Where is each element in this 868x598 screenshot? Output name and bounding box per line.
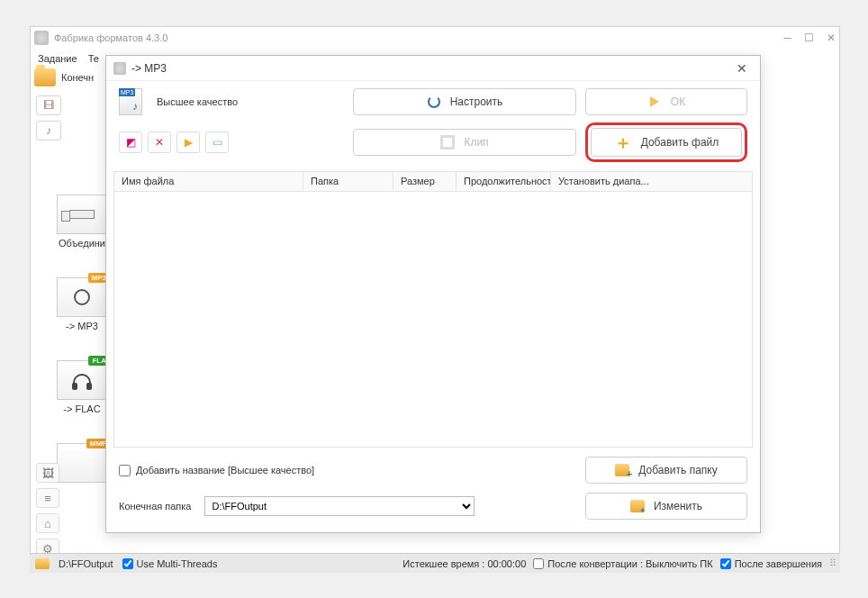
quality-block: Высшее качество <box>119 88 344 115</box>
change-label: Изменить <box>654 500 702 512</box>
col-folder[interactable]: Папка <box>303 172 393 191</box>
maximize-button[interactable]: ☐ <box>804 32 814 44</box>
shortcut-mp3-label: -> MP3 <box>66 321 98 331</box>
dialog-row-2: ◩ ✕ ▶ ▭ Клип ＋ Добавить файл <box>106 121 760 171</box>
dialog-app-icon <box>113 62 126 75</box>
configure-label: Настроить <box>450 95 503 108</box>
window-buttons: ─ ☐ ✕ <box>783 32 836 44</box>
dest-label: Конечная папка <box>119 501 192 512</box>
add-file-highlight: ＋ Добавить файл <box>585 122 747 162</box>
col-filename[interactable]: Имя файла <box>114 172 303 191</box>
dialog-titlebar: -> MP3 ✕ <box>106 56 760 81</box>
multithread-input[interactable] <box>122 558 133 569</box>
add-folder-button[interactable]: Добавить папку <box>585 457 747 484</box>
resize-grip-icon[interactable]: ⠿ <box>829 557 835 569</box>
brail-list-icon[interactable]: ≡ <box>36 488 59 508</box>
folder-icon <box>34 68 56 86</box>
col-size[interactable]: Размер <box>393 172 457 191</box>
add-folder-label: Добавить папку <box>638 464 717 476</box>
after-done-checkbox[interactable]: После завершения <box>720 558 822 569</box>
bottom-rail: 🖼 ≡ ⌂ ⚙ <box>36 463 59 558</box>
headphone-icon <box>73 374 91 386</box>
mp3-file-icon <box>119 88 142 115</box>
add-title-checkbox[interactable]: Добавить название [Высшее качество] <box>119 465 567 476</box>
toolbar-dest: Конечн <box>34 68 94 86</box>
mini-doc-button[interactable]: ◩ <box>119 131 142 153</box>
add-title-input[interactable] <box>119 465 131 476</box>
after-conv-input[interactable] <box>533 558 544 569</box>
mini-info-button[interactable]: ▭ <box>205 131 229 153</box>
ok-label: ОК <box>671 95 685 108</box>
app-title: Фабрика форматов 4.3.0 <box>54 32 167 43</box>
add-file-button[interactable]: ＋ Добавить файл <box>591 128 742 157</box>
col-range[interactable]: Установить диапа... <box>551 172 752 191</box>
left-rail: 🎞 ♪ <box>36 95 63 140</box>
ok-arrow-icon <box>647 95 662 109</box>
mini-remove-button[interactable]: ✕ <box>148 131 171 153</box>
after-done-input[interactable] <box>720 558 731 569</box>
rail-audio-icon[interactable]: ♪ <box>36 121 61 140</box>
configure-icon <box>427 95 441 109</box>
statusbar-folder-icon <box>35 558 50 569</box>
after-conv-label: После конвертации : Выключить ПК <box>547 558 712 569</box>
mp3-dialog: -> MP3 ✕ Высшее качество Настроить ОК ◩ … <box>105 55 761 533</box>
dest-select[interactable]: D:\FFOutput <box>204 496 475 516</box>
change-button[interactable]: Изменить <box>585 493 747 520</box>
shortcut-join-label: Объедини <box>59 238 105 249</box>
table-header: Имя файла Папка Размер Продолжительность… <box>114 172 752 192</box>
ok-button[interactable]: ОК <box>585 88 747 115</box>
dialog-title: -> MP3 <box>131 62 167 75</box>
app-icon <box>34 31 49 45</box>
close-button[interactable]: ✕ <box>827 32 836 44</box>
menu-task[interactable]: Задание <box>38 53 77 64</box>
plus-icon: ＋ <box>614 133 632 151</box>
dest-row: Конечная папка D:\FFOutput <box>119 496 567 516</box>
add-file-label: Добавить файл <box>641 136 719 149</box>
quality-label: Высшее качество <box>157 96 238 107</box>
folder-plus-icon <box>615 463 629 477</box>
folder-gear-icon <box>630 499 645 513</box>
brail-device-icon[interactable]: ⌂ <box>36 513 59 533</box>
configure-button[interactable]: Настроить <box>353 88 576 115</box>
status-bar: D:\FFOutput Use Multi-Threads Истекшее в… <box>30 553 840 573</box>
clip-label: Клип <box>464 136 488 149</box>
table-body-empty <box>114 192 752 448</box>
multithread-checkbox[interactable]: Use Multi-Threads <box>122 558 218 569</box>
minimize-button[interactable]: ─ <box>783 32 791 44</box>
file-table: Имя файла Папка Размер Продолжительность… <box>113 171 753 448</box>
shortcut-flac-label: -> FLAC <box>63 403 100 414</box>
dialog-row-1: Высшее качество Настроить ОК <box>106 81 760 121</box>
col-duration[interactable]: Продолжительность <box>457 172 551 191</box>
menu-te[interactable]: Те <box>88 53 99 64</box>
mini-play-button[interactable]: ▶ <box>176 131 200 153</box>
dialog-bottom: Добавить название [Высшее качество] Доба… <box>106 448 760 532</box>
status-path: D:\FFOutput <box>59 558 113 569</box>
brail-picture-icon[interactable]: 🖼 <box>36 463 59 483</box>
main-titlebar: Фабрика форматов 4.3.0 ─ ☐ ✕ <box>31 27 839 49</box>
status-elapsed: Истекшее время : 00:00:00 <box>402 558 526 569</box>
clip-button[interactable]: Клип <box>353 129 576 156</box>
toolbar-dest-label: Конечн <box>61 72 94 83</box>
dialog-close-button[interactable]: ✕ <box>731 59 753 77</box>
add-title-label: Добавить название [Высшее качество] <box>136 465 314 476</box>
speaker-icon <box>74 289 90 305</box>
after-conv-checkbox[interactable]: После конвертации : Выключить ПК <box>533 558 712 569</box>
rail-video-icon[interactable]: 🎞 <box>36 95 61 115</box>
join-icon <box>69 210 95 219</box>
clip-icon <box>440 135 455 150</box>
mini-toolbar: ◩ ✕ ▶ ▭ <box>119 131 344 153</box>
multithread-label: Use Multi-Threads <box>137 558 218 569</box>
after-done-label: После завершения <box>735 558 822 569</box>
